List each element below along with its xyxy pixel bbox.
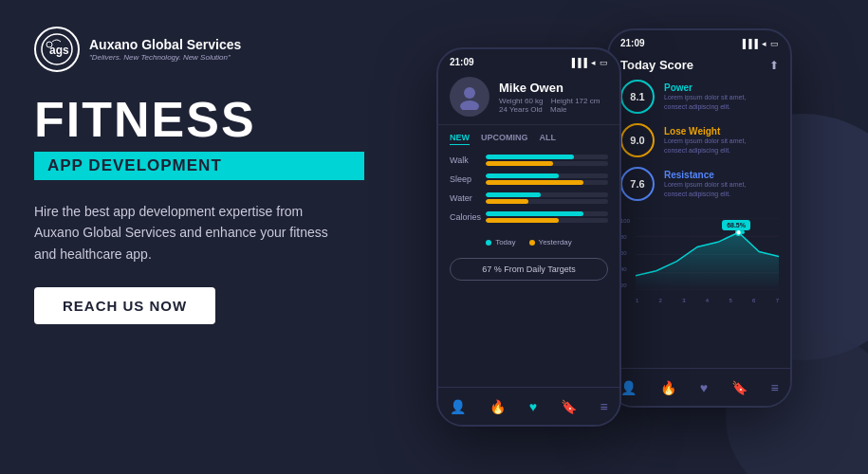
legend-yesterday: Yesterday	[529, 238, 572, 246]
chart-x-labels: 1 2 3 4 5 6 7	[636, 298, 779, 303]
location-icon-r: ◂	[762, 39, 766, 48]
signal-icon-r: ▐▐▐	[740, 39, 758, 48]
tab-upcoming[interactable]: UPCOMING	[481, 133, 528, 145]
score-name-resistance: Resistance	[664, 170, 768, 180]
nav-bookmark-icon-r[interactable]: 🔖	[731, 380, 748, 395]
svg-marker-10	[636, 232, 779, 290]
sleep-yesterday-track	[486, 180, 608, 185]
score-name-power: Power	[664, 82, 768, 93]
score-circle-power: 8.1	[620, 80, 655, 114]
nav-heart-icon[interactable]: ♥	[529, 399, 537, 414]
activity-row-walk: Walk	[450, 155, 608, 166]
nav-bookmark-icon[interactable]: 🔖	[561, 399, 577, 414]
sleep-bars	[486, 173, 608, 185]
legend-today-label: Today	[495, 238, 515, 246]
nav-menu-icon[interactable]: ≡	[600, 399, 607, 414]
calories-yesterday-track	[486, 218, 608, 223]
signal-icon: ▐▐▐	[569, 58, 587, 67]
battery-icon-r: ▭	[770, 39, 779, 48]
walk-yesterday-bar	[486, 161, 553, 166]
walk-today-bar	[486, 155, 574, 159]
battery-icon: ▭	[600, 58, 608, 67]
walk-label: Walk	[450, 155, 486, 165]
legend-today-dot	[486, 240, 491, 246]
score-info-loseweight: Lose Weight Lorem ipsum dolor sit amet, …	[664, 126, 768, 155]
score-list: 8.1 Power Lorem ipsum dolor sit amet, co…	[609, 76, 790, 214]
app-dev-badge: APP DEVELOPMENT	[34, 152, 364, 180]
status-icons-left: ▐▐▐ ◂ ▭	[569, 58, 608, 67]
sleep-today-track	[486, 173, 608, 178]
profile-section: Mike Owen Weight 60 kg Height 172 cm 24 …	[438, 71, 619, 125]
score-item-loseweight: 9.0 Lose Weight Lorem ipsum dolor sit am…	[620, 123, 779, 157]
company-tagline: "Delivers. New Technology. New Solution"	[89, 53, 241, 62]
score-circle-resistance: 7.6	[620, 167, 655, 201]
walk-yesterday-track	[486, 161, 608, 166]
weight-stat: Weight 60 kg	[499, 97, 544, 105]
water-yesterday-track	[486, 199, 608, 204]
status-time-right: 21:09	[620, 38, 645, 48]
status-bar-left: 21:09 ▐▐▐ ◂ ▭	[438, 49, 619, 71]
water-today-bar	[486, 192, 541, 197]
score-desc-resistance: Lorem ipsum dolor sit amet, consect adip…	[664, 180, 768, 199]
status-bar-right: 21:09 ▐▐▐ ◂ ▭	[609, 30, 790, 52]
calories-today-bar	[486, 211, 583, 216]
legend-yesterday-dot	[529, 240, 535, 246]
score-info-power: Power Lorem ipsum dolor sit amet, consec…	[664, 82, 768, 112]
nav-menu-icon-r[interactable]: ≡	[770, 380, 778, 395]
bottom-nav-right: 👤 🔥 ♥ 🔖 ≡	[609, 368, 790, 406]
reach-us-button[interactable]: REACH US NOW	[34, 287, 215, 324]
logo-area: ags Auxano Global Services "Delivers. Ne…	[34, 27, 364, 72]
logo-circle: ags	[34, 27, 80, 72]
water-bars	[486, 192, 608, 204]
fitness-headline: FITNESS	[34, 95, 364, 144]
profile-name: Mike Owen	[499, 81, 605, 95]
description-text: Hire the best app development expertise …	[34, 201, 338, 264]
calories-bars	[486, 211, 608, 223]
location-icon: ◂	[591, 58, 596, 67]
svg-point-3	[464, 87, 475, 99]
activity-tabs: NEW UPCOMING ALL	[438, 125, 619, 151]
nav-fire-icon-r[interactable]: 🔥	[660, 380, 676, 395]
nav-heart-icon-r[interactable]: ♥	[700, 380, 708, 395]
legend-today: Today	[486, 238, 515, 246]
chart-legend: Today Yesterday	[438, 234, 619, 252]
company-name: Auxano Global Services	[89, 37, 241, 53]
sleep-today-bar	[486, 173, 559, 178]
nav-person-icon-r[interactable]: 👤	[620, 380, 637, 395]
svg-point-4	[460, 100, 479, 110]
status-time-left: 21:09	[450, 57, 474, 67]
tab-new[interactable]: NEW	[450, 133, 470, 145]
chart-svg-wrap	[636, 218, 779, 290]
water-label: Water	[450, 193, 486, 203]
walk-bars	[486, 155, 608, 166]
nav-fire-icon[interactable]: 🔥	[489, 399, 506, 414]
activity-row-calories: Calories	[450, 211, 608, 223]
brand-text: Auxano Global Services "Delivers. New Te…	[89, 37, 241, 62]
gender-stat: Male	[550, 105, 566, 114]
sleep-yesterday-bar	[486, 180, 583, 185]
bottom-nav-left: 👤 🔥 ♥ 🔖 ≡	[438, 387, 619, 425]
age-stat: 24 Years Old	[499, 105, 543, 114]
chart-area: 68.5% 100 80 60 40 20	[620, 218, 779, 303]
activity-section: Walk Sleep	[438, 151, 619, 234]
share-icon[interactable]: ⬆	[769, 59, 779, 72]
score-name-loseweight: Lose Weight	[664, 126, 768, 137]
chart-y-labels: 100 80 60 40 20	[620, 218, 630, 288]
phones-area: 21:09 ▐▐▐ ◂ ▭ Mike Owen Weight 60 kg Hei…	[398, 0, 868, 474]
water-today-track	[486, 192, 608, 197]
daily-target-btn[interactable]: 67 % From Daily Targets	[450, 258, 608, 281]
tab-all[interactable]: ALL	[540, 133, 557, 145]
profile-info: Mike Owen Weight 60 kg Height 172 cm 24 …	[499, 81, 605, 114]
water-yesterday-bar	[486, 199, 528, 204]
phone-left: 21:09 ▐▐▐ ◂ ▭ Mike Owen Weight 60 kg Hei…	[436, 47, 621, 427]
height-stat: Height 172 cm	[551, 97, 600, 105]
phone-right: 21:09 ▐▐▐ ◂ ▭ Today Score ⬆ 8.1 Power Lo…	[607, 28, 792, 408]
score-info-resistance: Resistance Lorem ipsum dolor sit amet, c…	[664, 170, 768, 199]
status-icons-right: ▐▐▐ ◂ ▭	[740, 39, 779, 48]
svg-point-11	[736, 229, 742, 235]
score-item-power: 8.1 Power Lorem ipsum dolor sit amet, co…	[620, 80, 779, 114]
activity-row-water: Water	[450, 192, 608, 204]
nav-person-icon[interactable]: 👤	[450, 399, 466, 414]
walk-today-track	[486, 155, 608, 159]
activity-row-sleep: Sleep	[450, 173, 608, 185]
